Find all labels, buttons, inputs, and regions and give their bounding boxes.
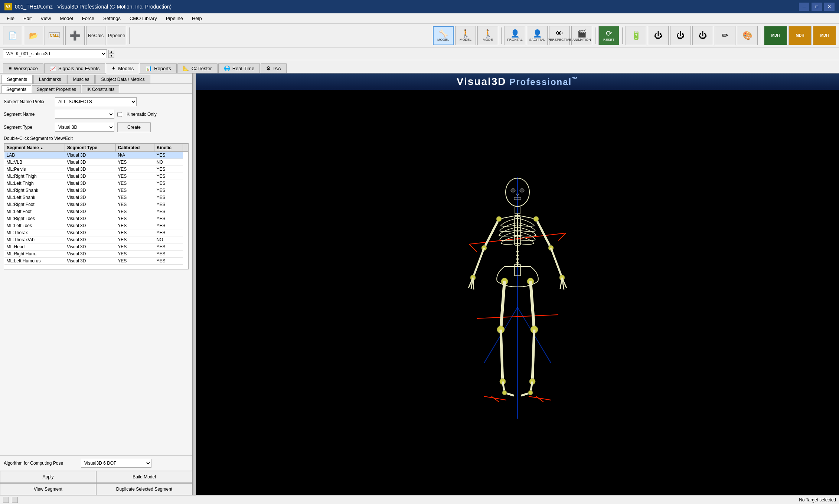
tab-models[interactable]: ✦ Models <box>106 63 139 73</box>
table-row[interactable]: ML:Right Thigh Visual 3D YES YES <box>4 173 188 180</box>
cell-segment-name: ML:Left Foot <box>4 208 65 215</box>
table-row[interactable]: ML:Right Hum... Visual 3D YES YES <box>4 251 188 258</box>
add-button[interactable]: ➕ <box>65 26 85 45</box>
battery-button[interactable]: 🔋 <box>626 26 646 45</box>
view-segment-button[interactable]: View Segment <box>0 483 96 495</box>
brush-icon: 🎨 <box>742 31 753 40</box>
mdh3-button[interactable]: MDH <box>813 26 836 45</box>
cell-kinetic: NO <box>154 159 183 166</box>
open-button[interactable]: 📂 <box>24 26 43 45</box>
perspective-button[interactable]: 👁 PERSPECTIVE <box>549 26 570 45</box>
kinematic-only-checkbox[interactable] <box>117 112 122 117</box>
algorithm-label: Algorithm for Computing Pose <box>4 461 78 466</box>
segments-table-container[interactable]: Segment Name ▲ Segment Type Calibrated K… <box>4 143 189 269</box>
status-indicator-1 <box>3 497 9 503</box>
table-row[interactable]: ML:Head Visual 3D YES YES <box>4 243 188 251</box>
menu-model[interactable]: Model <box>56 14 76 22</box>
brush-button[interactable]: 🎨 <box>737 26 758 45</box>
recalc-button[interactable]: ReCalc <box>86 26 105 45</box>
tab-iaa[interactable]: ⚙ IAA <box>261 63 287 73</box>
table-row[interactable]: LAB Visual 3D N/A YES <box>4 152 188 159</box>
power3-button[interactable]: ⏻ <box>692 26 713 45</box>
build-model-button[interactable]: Build Model <box>96 471 192 483</box>
col-segment-name[interactable]: Segment Name ▲ <box>4 144 65 152</box>
tab-signals[interactable]: 📈 Signals and Events <box>44 63 105 73</box>
minimize-button[interactable]: ─ <box>799 3 809 11</box>
menu-cmo-library[interactable]: CMO Library <box>126 14 161 22</box>
cmz-button[interactable]: CMZ <box>45 26 64 45</box>
reset-button[interactable]: ⟳ RESET <box>598 26 619 45</box>
menu-file[interactable]: File <box>3 14 18 22</box>
cell-segment-type: Visual 3D <box>65 152 115 159</box>
table-row[interactable]: ML:Left Thigh Visual 3D YES YES <box>4 180 188 187</box>
segment-type-select[interactable]: Visual 3D <box>55 123 114 132</box>
mode-button[interactable]: 🚶 MODE <box>477 26 498 45</box>
file-arrow-down[interactable]: ▼ <box>108 54 114 58</box>
tab-caltester[interactable]: 📐 CalTester <box>177 63 218 73</box>
edit-icon-button[interactable]: ✏ <box>715 26 735 45</box>
menu-settings[interactable]: Settings <box>99 14 124 22</box>
mdh2-button[interactable]: MDH <box>789 26 812 45</box>
tab-muscles[interactable]: Muscles <box>67 75 95 84</box>
power1-button[interactable]: ⏻ <box>648 26 669 45</box>
subject-name-prefix-select[interactable]: ALL_SUBJECTS <box>55 97 137 106</box>
col-calibrated[interactable]: Calibrated <box>115 144 154 152</box>
menu-pipeline[interactable]: Pipeline <box>162 14 187 22</box>
resize-handle[interactable] <box>193 73 196 495</box>
algorithm-row: Algorithm for Computing Pose Visual3D 6 … <box>0 455 192 471</box>
menu-help[interactable]: Help <box>188 14 206 22</box>
title-bar-left: V3 001_THEIA.cmz - Visual3D Professional… <box>4 3 172 10</box>
menu-edit[interactable]: Edit <box>20 14 35 22</box>
mdh1-button[interactable]: MDH <box>764 26 787 45</box>
file-arrow-up[interactable]: ▲ <box>108 50 114 54</box>
table-row[interactable]: ML:Left Shank Visual 3D YES YES <box>4 194 188 201</box>
file-selector[interactable]: WALK_001_static.c3d <box>3 49 107 58</box>
tab-landmarks[interactable]: Landmarks <box>33 75 66 84</box>
table-row[interactable]: ML:Thorax/Ab Visual 3D YES NO <box>4 236 188 243</box>
table-row[interactable]: ML:Left Humerus Visual 3D YES YES <box>4 258 188 265</box>
algorithm-select[interactable]: Visual3D 6 DOF <box>81 459 151 468</box>
tab-reports[interactable]: 📊 Reports <box>140 63 177 73</box>
col-kinetic[interactable]: Kinetic <box>154 144 183 152</box>
table-row[interactable]: ML:Right Toes Visual 3D YES YES <box>4 215 188 222</box>
tab-subject-data[interactable]: Subject Data / Metrics <box>95 75 150 84</box>
close-button[interactable]: ✕ <box>824 3 835 11</box>
create-button[interactable]: Create <box>117 122 151 132</box>
tab-workspace[interactable]: ≡ Workspace <box>3 63 43 73</box>
subtab-segment-properties[interactable]: Segment Properties <box>32 85 81 93</box>
title-bar-controls[interactable]: ─ □ ✕ <box>799 3 835 11</box>
cell-calibrated: YES <box>115 159 154 166</box>
power2-icon: ⏻ <box>676 31 685 40</box>
cell-calibrated: YES <box>115 243 154 251</box>
table-row[interactable]: ML:Pelvis Visual 3D YES YES <box>4 166 188 173</box>
content-area: Segments Landmarks Muscles Subject Data … <box>0 73 839 495</box>
model2-button[interactable]: 🚶 MODEL <box>455 26 476 45</box>
menu-force[interactable]: Force <box>78 14 98 22</box>
apply-button[interactable]: Apply <box>0 471 96 483</box>
subtab-segments[interactable]: Segments <box>1 85 31 93</box>
power2-button[interactable]: ⏻ <box>670 26 691 45</box>
file-bar: WALK_001_static.c3d ▲ ▼ <box>0 48 839 60</box>
table-row[interactable]: ML:Thorax Visual 3D YES YES <box>4 229 188 236</box>
tab-realtime[interactable]: 🌐 Real-Time <box>218 63 260 73</box>
table-row[interactable]: ML:Right Foot Visual 3D YES YES <box>4 201 188 208</box>
subtab-ik-constraints[interactable]: IK Constraints <box>82 85 119 93</box>
pipeline-button[interactable]: Pipeline <box>107 26 126 45</box>
segment-name-select[interactable] <box>55 110 114 119</box>
toolbar-separator-3 <box>595 27 595 44</box>
table-row[interactable]: ML:Left Foot Visual 3D YES YES <box>4 208 188 215</box>
col-segment-type[interactable]: Segment Type <box>65 144 115 152</box>
maximize-button[interactable]: □ <box>812 3 822 11</box>
frontal-button[interactable]: 👤 FRONTAL <box>505 26 525 45</box>
table-row[interactable]: ML:VLB Visual 3D YES NO <box>4 159 188 166</box>
new-button[interactable]: 📄 <box>3 26 22 45</box>
tab-segments[interactable]: Segments <box>1 75 33 84</box>
model-button[interactable]: 🦴 MODEL <box>433 26 454 45</box>
segment-name-row: Segment Name Kinematic Only <box>4 110 189 119</box>
sagittal-button[interactable]: 👤 SAGITTAL <box>527 26 548 45</box>
table-row[interactable]: ML:Left Toes Visual 3D YES YES <box>4 222 188 229</box>
animation-button[interactable]: 🎬 ANIMATION <box>571 26 592 45</box>
duplicate-button[interactable]: Duplicate Selected Segment <box>96 483 192 495</box>
menu-view[interactable]: View <box>37 14 55 22</box>
table-row[interactable]: ML:Right Shank Visual 3D YES YES <box>4 187 188 194</box>
